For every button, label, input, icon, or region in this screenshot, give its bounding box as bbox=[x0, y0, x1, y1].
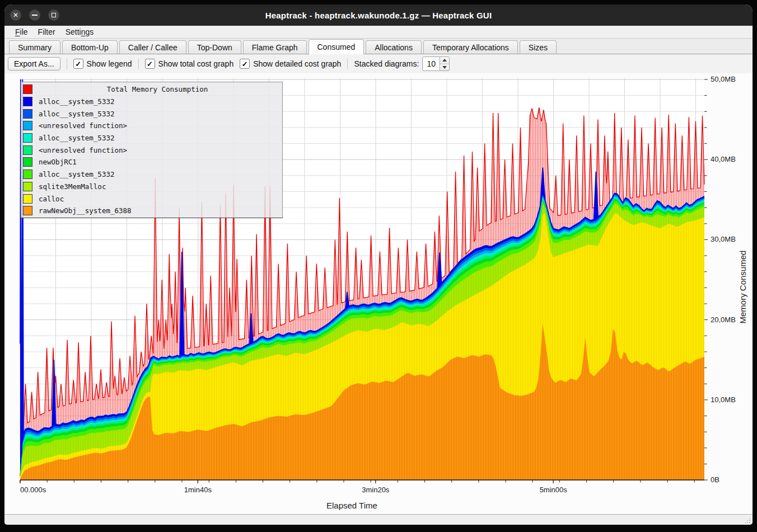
x-tick-label: 00.000s bbox=[20, 486, 46, 494]
legend-swatch bbox=[23, 97, 32, 106]
x-tick-label: 5min00s bbox=[520, 486, 587, 494]
x-tick-label: 1min40s bbox=[164, 486, 231, 494]
legend-row: alloc__system_5332 bbox=[21, 168, 282, 181]
tab-bottom-up[interactable]: Bottom-Up bbox=[62, 40, 118, 54]
tab-sizes[interactable]: Sizes bbox=[520, 40, 557, 54]
screen: ✕ Heaptrack - heaptrack.wakunode.1.gz — … bbox=[0, 0, 757, 532]
legend-row: sqlite3MemMalloc bbox=[21, 181, 282, 193]
legend-swatch bbox=[23, 84, 32, 94]
legend-row: calloc bbox=[21, 192, 282, 205]
stacked-diagrams-control: Stacked diagrams: 10 bbox=[354, 57, 450, 71]
legend-label: <unresolved function> bbox=[39, 146, 127, 154]
minimize-icon bbox=[32, 15, 38, 16]
chevron-down-icon bbox=[442, 66, 447, 69]
menu-bar: FileFilterSettings bbox=[4, 26, 753, 39]
menu-item-settings[interactable]: Settings bbox=[60, 27, 99, 37]
tab-flame-graph[interactable]: Flame Graph bbox=[243, 40, 307, 54]
show-total-cost-checkbox[interactable]: ✓ Show total cost graph bbox=[145, 59, 234, 69]
legend-row: alloc__system_5332 bbox=[21, 107, 282, 120]
status-bar bbox=[4, 514, 753, 525]
checkbox-check-icon: ✓ bbox=[73, 59, 83, 69]
chevron-up-icon bbox=[442, 59, 447, 62]
heaptrack-window: ✕ Heaptrack - heaptrack.wakunode.1.gz — … bbox=[4, 4, 753, 525]
window-title: Heaptrack - heaptrack.wakunode.1.gz — He… bbox=[265, 11, 492, 20]
stacked-diagrams-value[interactable]: 10 bbox=[422, 57, 440, 71]
toolbar-separator bbox=[67, 58, 67, 69]
legend-label: sqlite3MemMalloc bbox=[39, 182, 106, 191]
tab-temporary-allocations[interactable]: Temporary Allocations bbox=[423, 40, 518, 54]
spinner-down-button[interactable] bbox=[440, 64, 449, 71]
tab-consumed[interactable]: Consumed bbox=[309, 39, 365, 54]
legend-title-row: Total Memory Consumption bbox=[21, 83, 282, 96]
legend-label: newObjRC1 bbox=[39, 158, 77, 166]
tab-summary[interactable]: Summary bbox=[9, 40, 60, 54]
legend-row: newObjRC1 bbox=[21, 156, 282, 168]
tab-top-down[interactable]: Top-Down bbox=[188, 40, 241, 54]
stacked-diagrams-label: Stacked diagrams: bbox=[354, 59, 419, 68]
minimize-button[interactable] bbox=[29, 10, 40, 21]
legend-row: <unresolved function> bbox=[21, 120, 282, 132]
y-tick-label: 40,0MB bbox=[711, 155, 736, 163]
title-bar[interactable]: ✕ Heaptrack - heaptrack.wakunode.1.gz — … bbox=[4, 4, 753, 26]
export-as-button[interactable]: Export As... bbox=[8, 57, 60, 70]
y-tick-label: 0B bbox=[711, 475, 719, 484]
legend-swatch bbox=[23, 133, 32, 143]
legend-row: <unresolved function> bbox=[21, 144, 282, 156]
menu-item-filter[interactable]: Filter bbox=[33, 27, 60, 37]
legend-label: <unresolved function> bbox=[39, 121, 127, 130]
maximize-icon bbox=[52, 13, 56, 17]
x-axis-title: Elapsed Time bbox=[326, 501, 377, 510]
legend-swatch bbox=[23, 170, 32, 179]
toolbar-separator bbox=[347, 58, 348, 69]
checkbox-label: Show total cost graph bbox=[158, 59, 234, 68]
checkbox-check-icon: ✓ bbox=[145, 59, 155, 69]
legend-label: alloc__system_5332 bbox=[39, 134, 114, 142]
y-axis-title: Memory Consumed bbox=[738, 251, 747, 324]
spinner-up-button[interactable] bbox=[440, 57, 449, 64]
legend-swatch bbox=[23, 121, 32, 130]
tab-allocations[interactable]: Allocations bbox=[366, 40, 422, 54]
legend-label: alloc__system_5332 bbox=[39, 97, 114, 106]
legend-label: alloc__system_5332 bbox=[39, 170, 114, 178]
y-tick-label: 30,0MB bbox=[711, 235, 736, 243]
x-tick-label: 3min20s bbox=[342, 486, 409, 494]
legend-label: calloc bbox=[39, 195, 64, 203]
toolbar-separator bbox=[138, 58, 139, 69]
legend-label: Total Memory Consumption bbox=[32, 85, 282, 93]
maximize-button[interactable] bbox=[48, 10, 59, 21]
resize-grip[interactable] bbox=[744, 517, 751, 524]
legend-swatch bbox=[23, 206, 32, 215]
close-button[interactable]: ✕ bbox=[10, 10, 21, 21]
y-tick-label: 10,0MB bbox=[711, 396, 736, 404]
checkbox-label: Show detailed cost graph bbox=[253, 59, 341, 68]
menu-item-file[interactable]: File bbox=[10, 27, 33, 37]
y-tick-label: 50,0MB bbox=[711, 75, 736, 83]
checkbox-check-icon: ✓ bbox=[240, 59, 250, 69]
legend-swatch bbox=[23, 157, 32, 167]
legend-label: rawNewObj__system_6388 bbox=[39, 206, 132, 215]
show-legend-checkbox[interactable]: ✓ Show legend bbox=[73, 59, 132, 69]
y-tick-label: 20,0MB bbox=[711, 316, 736, 324]
legend-row: rawNewObj__system_6388 bbox=[21, 205, 282, 217]
show-detailed-cost-checkbox[interactable]: ✓ Show detailed cost graph bbox=[240, 59, 341, 69]
legend-swatch bbox=[23, 194, 32, 204]
tab-caller-callee[interactable]: Caller / Callee bbox=[119, 40, 186, 54]
consumed-chart-panel: Total Memory Consumptionalloc__system_53… bbox=[4, 73, 753, 514]
tab-bar: SummaryBottom-UpCaller / CalleeTop-DownF… bbox=[4, 39, 753, 54]
chart-legend: Total Memory Consumptionalloc__system_53… bbox=[21, 82, 283, 218]
toolbar: Export As... ✓ Show legend ✓ Show total … bbox=[4, 54, 753, 73]
legend-swatch bbox=[23, 182, 32, 191]
legend-swatch bbox=[23, 109, 32, 119]
legend-row: alloc__system_5332 bbox=[21, 132, 282, 144]
legend-label: alloc__system_5332 bbox=[39, 110, 114, 118]
legend-swatch bbox=[23, 145, 32, 155]
checkbox-label: Show legend bbox=[87, 59, 132, 68]
legend-row: alloc__system_5332 bbox=[21, 96, 282, 108]
